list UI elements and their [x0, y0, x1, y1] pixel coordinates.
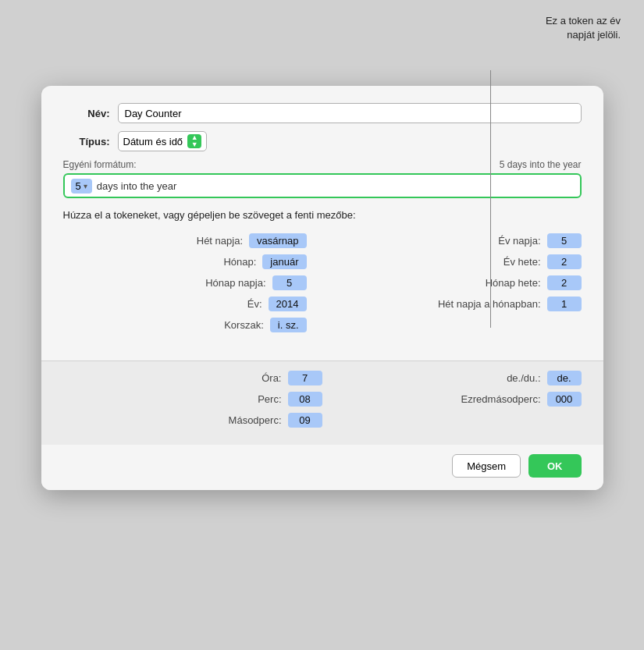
custom-format-header: Egyéni formátum: 5 days into the year	[63, 159, 582, 170]
token-row-minute: Perc: 08	[63, 392, 322, 407]
token-label-ampm: de./du.:	[507, 372, 540, 384]
token-row-yearday: Év napja: 5	[322, 233, 582, 248]
token-label-year: Év:	[247, 298, 262, 310]
token-value-yearweek[interactable]: 2	[547, 254, 582, 269]
ok-button[interactable]: OK	[528, 454, 582, 478]
token-row-ampm: de./du.: de.	[322, 371, 582, 385]
token-label-weekday: Hét napja:	[197, 235, 243, 247]
token-row-monthweek: Hónap hete: 2	[322, 275, 582, 290]
token-row-weekdayinmonth: Hét napja a hónapban: 1	[322, 297, 582, 311]
time-right: de./du.: de. Ezredmásodperc: 000	[322, 371, 582, 434]
format-token-value: 5	[76, 180, 81, 192]
token-row-second: Másodperc: 09	[63, 413, 322, 428]
token-label-month: Hónap:	[223, 256, 256, 268]
token-label-era: Korszak:	[224, 319, 264, 331]
token-value-yearday[interactable]: 5	[547, 233, 582, 248]
cancel-button[interactable]: Mégsem	[452, 454, 521, 478]
token-row-era: Korszak: i. sz.	[63, 318, 307, 332]
tokens-right: Év napja: 5 Év hete: 2 Hónap hete: 2 Hét…	[322, 233, 582, 339]
type-row: Típus: Dátum és idő ▲▼	[63, 131, 582, 151]
token-label-millisecond: Ezredmásodperc:	[461, 393, 541, 405]
token-value-millisecond[interactable]: 000	[547, 392, 582, 407]
tokens-left: Hét napja: vasárnap Hónap: január Hónap …	[63, 233, 322, 339]
token-label-monthweek: Hónap hete:	[486, 277, 541, 289]
type-select-text: Dátum és idő	[123, 136, 183, 147]
token-row-year: Év: 2014	[63, 297, 307, 311]
format-input-box[interactable]: 5 ▾ days into the year	[63, 173, 582, 198]
dialog: Név: Típus: Dátum és idő ▲▼ Egyéni formá…	[41, 86, 603, 490]
token-label-monthday: Hónap napja:	[205, 277, 265, 289]
token-value-monthweek[interactable]: 2	[547, 275, 582, 290]
token-label-yearday: Év napja:	[498, 235, 540, 247]
drag-instruction: Húzza el a tokeneket, vagy gépeljen be s…	[63, 209, 582, 221]
time-left: Óra: 7 Perc: 08 Másodperc: 09	[63, 371, 322, 434]
name-label: Név:	[63, 108, 110, 119]
token-value-month[interactable]: január	[262, 254, 306, 269]
token-value-weekdayinmonth[interactable]: 1	[547, 297, 582, 311]
token-row-yearweek: Év hete: 2	[322, 254, 582, 269]
token-row-monthday: Hónap napja: 5	[63, 275, 307, 290]
tooltip-line	[490, 70, 491, 328]
chip-arrow-icon: ▾	[84, 182, 87, 190]
time-grid: Óra: 7 Perc: 08 Másodperc: 09 de./du.: d…	[63, 371, 582, 434]
token-value-ampm[interactable]: de.	[547, 371, 582, 385]
time-section: Óra: 7 Perc: 08 Másodperc: 09 de./du.: d…	[41, 361, 603, 445]
tokens-section: Hét napja: vasárnap Hónap: január Hónap …	[63, 229, 582, 346]
token-value-minute[interactable]: 08	[288, 392, 322, 407]
token-label-hour: Óra:	[262, 372, 281, 384]
format-text: days into the year	[97, 180, 177, 192]
token-value-era[interactable]: i. sz.	[270, 318, 307, 332]
token-label-weekdayinmonth: Hét napja a hónapban:	[438, 298, 541, 310]
tooltip-annotation: Ez a token az év napját jelöli.	[546, 14, 621, 42]
custom-format-label: Egyéni formátum:	[63, 159, 137, 170]
token-label-minute: Perc:	[258, 393, 281, 405]
token-row-month: Hónap: január	[63, 254, 307, 269]
type-select[interactable]: Dátum és idő ▲▼	[118, 131, 208, 151]
custom-format-section: Egyéni formátum: 5 days into the year 5 …	[63, 159, 582, 198]
token-row-millisecond: Ezredmásodperc: 000	[322, 392, 582, 407]
name-row: Név:	[63, 103, 582, 123]
type-label: Típus:	[63, 136, 110, 147]
token-value-monthday[interactable]: 5	[272, 275, 307, 290]
token-row-weekday: Hét napja: vasárnap	[63, 233, 307, 248]
token-value-second[interactable]: 09	[288, 413, 322, 428]
tokens-grid: Hét napja: vasárnap Hónap: január Hónap …	[63, 233, 582, 339]
token-value-hour[interactable]: 7	[288, 371, 322, 385]
token-row-hour: Óra: 7	[63, 371, 322, 385]
format-token-chip[interactable]: 5 ▾	[71, 179, 92, 194]
token-value-weekday[interactable]: vasárnap	[249, 233, 306, 248]
token-label-yearweek: Év hete:	[503, 256, 541, 268]
token-label-second: Másodperc:	[229, 414, 282, 426]
dialog-footer: Mégsem OK	[41, 445, 603, 490]
token-value-year[interactable]: 2014	[269, 297, 307, 311]
custom-format-preview: 5 days into the year	[500, 159, 582, 170]
type-select-arrows-icon: ▲▼	[187, 134, 201, 148]
name-input[interactable]	[118, 103, 582, 123]
